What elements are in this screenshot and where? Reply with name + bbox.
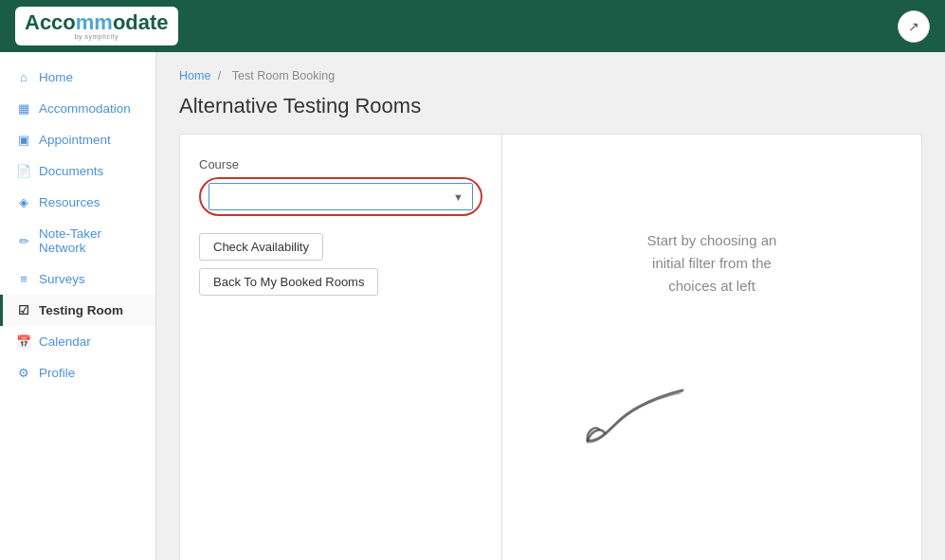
- sidebar-item-appointment[interactable]: ▣ Appointment: [0, 124, 155, 155]
- testing-room-icon: ☑: [16, 303, 31, 317]
- right-panel: Start by choosing an initial filter from…: [502, 135, 921, 560]
- sidebar-item-documents[interactable]: 📄 Documents: [0, 155, 155, 187]
- sidebar-item-calendar[interactable]: 📅 Calendar: [0, 326, 155, 357]
- sidebar-item-note-taker[interactable]: ✏ Note-Taker Network: [0, 218, 155, 263]
- logo-sub: by symplicity: [75, 33, 118, 40]
- sidebar-item-surveys[interactable]: ≡ Surveys: [0, 263, 155, 295]
- check-availability-button[interactable]: Check Availability: [199, 233, 323, 261]
- appointment-icon: ▣: [16, 133, 31, 147]
- breadcrumb-current: Test Room Booking: [232, 69, 335, 82]
- sidebar-item-resources[interactable]: ◈ Resources: [0, 187, 155, 218]
- arrow-drawing: [578, 376, 692, 455]
- main-content: Home / Test Room Booking Alternative Tes…: [156, 52, 945, 560]
- sidebar: ⌂ Home ▦ Accommodation ▣ Appointment 📄 D…: [0, 52, 156, 560]
- header: Accommodate by symplicity ↗: [0, 0, 945, 52]
- note-taker-icon: ✏: [16, 234, 31, 248]
- home-icon: ⌂: [16, 70, 31, 84]
- page-title: Alternative Testing Rooms: [179, 94, 922, 118]
- course-select-wrapper: ▼: [199, 177, 482, 216]
- breadcrumb-separator: /: [218, 69, 221, 82]
- resources-icon: ◈: [16, 195, 31, 209]
- external-link-icon[interactable]: ↗: [898, 10, 930, 43]
- back-to-booked-rooms-button[interactable]: Back To My Booked Rooms: [199, 268, 378, 296]
- course-label: Course: [199, 157, 482, 172]
- sidebar-item-profile[interactable]: ⚙ Profile: [0, 357, 155, 388]
- breadcrumb-home[interactable]: Home: [179, 69, 210, 82]
- left-panel: Course ▼ Check Availability Back To My B…: [180, 135, 502, 560]
- sidebar-item-testing-room[interactable]: ☑ Testing Room: [0, 295, 155, 326]
- surveys-icon: ≡: [16, 272, 31, 286]
- calendar-icon: 📅: [16, 334, 31, 349]
- content-card: Course ▼ Check Availability Back To My B…: [179, 134, 922, 560]
- hint-text: Start by choosing an initial filter from…: [647, 229, 777, 298]
- accommodation-icon: ▦: [16, 101, 31, 116]
- course-select[interactable]: [209, 183, 473, 210]
- breadcrumb: Home / Test Room Booking: [179, 69, 922, 82]
- logo-text: Accommodate: [25, 12, 169, 33]
- sidebar-item-home[interactable]: ⌂ Home: [0, 62, 155, 93]
- sidebar-item-accommodation[interactable]: ▦ Accommodation: [0, 93, 155, 124]
- body-wrap: ⌂ Home ▦ Accommodation ▣ Appointment 📄 D…: [0, 52, 945, 560]
- documents-icon: 📄: [16, 164, 31, 178]
- logo: Accommodate by symplicity: [15, 7, 178, 45]
- profile-icon: ⚙: [16, 366, 31, 380]
